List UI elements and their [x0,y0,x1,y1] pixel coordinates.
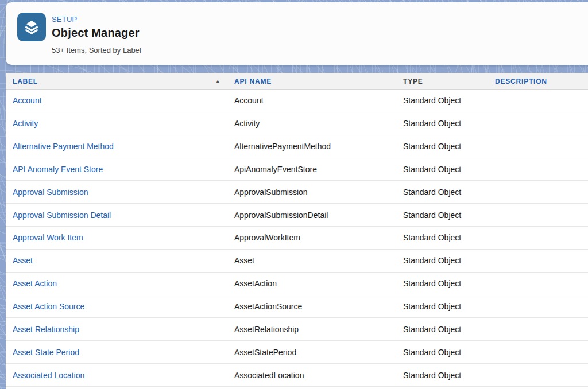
table-row: Activity Activity Standard Object [6,112,588,135]
object-link[interactable]: Approval Submission [13,188,88,197]
api-name-cell: Asset [229,256,397,265]
api-name-cell: AssetRelationship [229,325,397,334]
type-cell: Standard Object [397,119,489,128]
object-link[interactable]: Asset Action [13,279,57,288]
api-name-cell: ApprovalWorkItem [229,233,397,242]
api-name-cell: ApprovalSubmission [229,188,397,197]
type-cell: Standard Object [397,348,489,357]
type-cell: Standard Object [397,233,489,242]
object-link[interactable]: Alternative Payment Method [13,142,114,151]
object-link[interactable]: Approval Submission Detail [13,211,111,220]
table-row: Asset Relationship AssetRelationship Sta… [6,318,588,341]
table-row: Asset Action Source AssetActionSource St… [6,295,588,318]
table-row: Asset State Period AssetStatePeriod Stan… [6,341,588,364]
type-cell: Standard Object [397,142,489,151]
object-link[interactable]: Account [13,96,42,105]
object-link[interactable]: Asset [13,256,33,265]
object-link[interactable]: Associated Location [13,371,84,380]
type-cell: Standard Object [397,279,489,288]
column-header-api-name[interactable]: API NAME [229,77,397,85]
object-link[interactable]: Activity [13,119,38,128]
api-name-cell: Activity [229,119,397,128]
table-row: Associated Location AssociatedLocation S… [6,364,588,387]
type-cell: Standard Object [397,302,489,311]
type-cell: Standard Object [397,165,489,174]
setup-header-card: SETUP Object Manager 53+ Items, Sorted b… [6,2,588,65]
object-manager-table: LABEL ▲ API NAME TYPE DESCRIPTION Accoun… [6,73,588,389]
table-row: Approval Work Item ApprovalWorkItem Stan… [6,227,588,250]
api-name-cell: AssetActionSource [229,302,397,311]
table-row: Asset Action AssetAction Standard Object [6,273,588,295]
type-cell: Standard Object [397,256,489,265]
table-row: Alternative Payment Method AlternativePa… [6,135,588,158]
api-name-cell: Account [229,96,397,105]
api-name-cell: AssociatedLocation [229,371,397,380]
setup-eyebrow: SETUP [52,15,141,24]
column-header-description[interactable]: DESCRIPTION [489,77,588,85]
object-link[interactable]: Asset Relationship [13,325,79,334]
type-cell: Standard Object [397,211,489,220]
table-row: Approval Submission Detail ApprovalSubmi… [6,204,588,227]
type-cell: Standard Object [397,188,489,197]
column-header-label[interactable]: LABEL ▲ [6,77,229,85]
table-row: Asset Asset Standard Object [6,250,588,273]
object-link[interactable]: Asset Action Source [13,302,84,311]
header-text-block: SETUP Object Manager 53+ Items, Sorted b… [52,13,141,55]
object-manager-icon [17,13,46,41]
type-cell: Standard Object [397,325,489,334]
column-header-type: TYPE [397,77,489,85]
sort-ascending-icon: ▲ [215,79,220,84]
column-header-label-text: LABEL [13,77,38,85]
object-link[interactable]: Approval Work Item [13,233,83,242]
api-name-cell: AssetAction [229,279,397,288]
object-link[interactable]: Asset State Period [13,348,79,357]
type-cell: Standard Object [397,96,489,105]
api-name-cell: AssetStatePeriod [229,348,397,357]
item-count-summary: 53+ Items, Sorted by Label [52,46,141,55]
page-title: Object Manager [52,25,141,40]
api-name-cell: AlternativePaymentMethod [229,142,397,151]
table-row: Account Account Standard Object [6,90,588,112]
table-row: Approval Submission ApprovalSubmission S… [6,181,588,204]
table-row: API Anomaly Event Store ApiAnomalyEventS… [6,158,588,181]
api-name-cell: ApiAnomalyEventStore [229,165,397,174]
layers-icon [23,18,40,36]
api-name-cell: ApprovalSubmissionDetail [229,211,397,220]
type-cell: Standard Object [397,371,489,380]
object-link[interactable]: API Anomaly Event Store [13,165,103,174]
table-header-row: LABEL ▲ API NAME TYPE DESCRIPTION [6,73,588,90]
